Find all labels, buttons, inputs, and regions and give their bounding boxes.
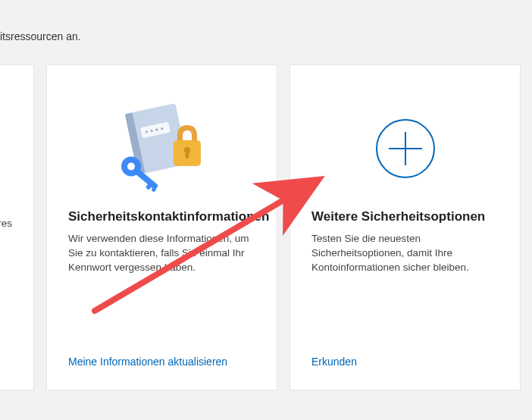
card-partial: keres	[0, 64, 34, 390]
security-contact-link[interactable]: Meine Informationen aktualisieren	[68, 356, 227, 368]
notebook-lock-key-icon	[105, 99, 219, 198]
card-partial-desc: keres	[0, 217, 12, 231]
cards-row: keres	[0, 64, 521, 390]
more-options-illustration	[290, 65, 520, 209]
page-header-fragment: itsressourcen an.	[0, 30, 81, 42]
more-options-desc: Testen Sie die neuesten Sicherheitsoptio…	[311, 232, 499, 275]
more-options-title: Weitere Sicherheitsoptionen	[311, 209, 499, 224]
card-partial-illustration	[0, 65, 33, 209]
more-options-link[interactable]: Erkunden	[311, 356, 357, 368]
security-contact-illustration	[47, 65, 277, 209]
plus-circle-icon	[368, 111, 443, 186]
security-contact-desc: Wir verwenden diese Informationen, um Si…	[68, 232, 255, 275]
svg-rect-9	[185, 150, 189, 158]
card-more-options[interactable]: Weitere Sicherheitsoptionen Testen Sie d…	[289, 64, 521, 390]
card-security-contact[interactable]: Sicherheitskontaktinformationen Wir verw…	[46, 64, 277, 390]
security-contact-title: Sicherheitskontaktinformationen	[68, 209, 255, 224]
